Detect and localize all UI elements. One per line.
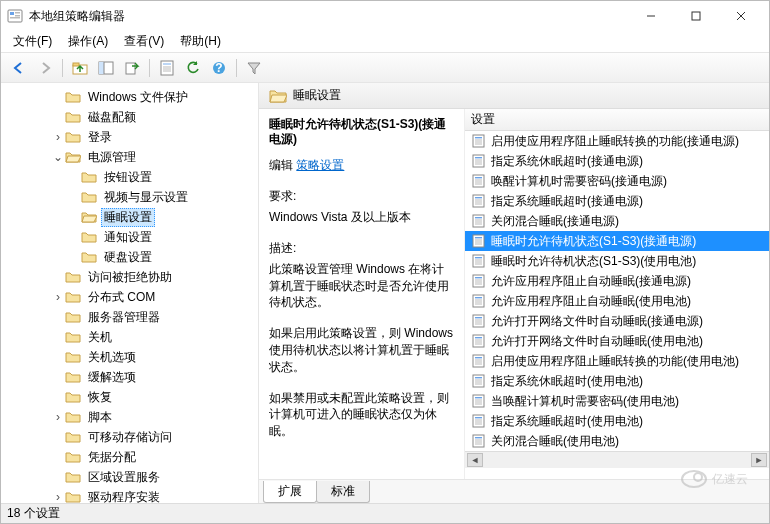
tree-node[interactable]: 关机 (3, 327, 256, 347)
tree-node-label: 磁盘配额 (85, 108, 139, 127)
policy-icon (471, 174, 487, 188)
settings-list[interactable]: 设置 启用使应用程序阻止睡眠转换的功能(接通电源)指定系统休眠超时(接通电源)唤… (465, 109, 769, 479)
folder-icon (65, 290, 81, 304)
list-item-label: 睡眠时允许待机状态(S1-S3)(使用电池) (491, 253, 696, 270)
svg-rect-72 (473, 335, 484, 347)
list-item[interactable]: 当唤醒计算机时需要密码(使用电池) (465, 391, 769, 411)
policy-icon (471, 314, 487, 328)
right-body: 睡眠时允许待机状态(S1-S3)(接通电源) 编辑 策略设置 要求: Windo… (259, 109, 769, 479)
tree-node[interactable]: 凭据分配 (3, 447, 256, 467)
back-button[interactable] (7, 56, 31, 80)
menu-item[interactable]: 文件(F) (5, 31, 60, 52)
list-item-label: 允许应用程序阻止自动睡眠(接通电源) (491, 273, 691, 290)
tree-node[interactable]: 缓解选项 (3, 367, 256, 387)
twisty-icon[interactable]: › (51, 490, 65, 503)
refresh-button[interactable] (181, 56, 205, 80)
list-item[interactable]: 指定系统睡眠超时(使用电池) (465, 411, 769, 431)
list-item[interactable]: 允许打开网络文件时自动睡眠(接通电源) (465, 311, 769, 331)
tree-node[interactable]: ›驱动程序安装 (3, 487, 256, 503)
menu-item[interactable]: 查看(V) (116, 31, 172, 52)
list-item[interactable]: 允许应用程序阻止自动睡眠(接通电源) (465, 271, 769, 291)
svg-rect-32 (473, 175, 484, 187)
list-item-label: 睡眠时允许待机状态(S1-S3)(接通电源) (491, 233, 696, 250)
policy-icon (471, 374, 487, 388)
policy-icon (471, 154, 487, 168)
list-item[interactable]: 允许打开网络文件时自动睡眠(使用电池) (465, 331, 769, 351)
forward-button[interactable] (33, 56, 57, 80)
svg-rect-47 (473, 235, 484, 247)
list-item[interactable]: 睡眠时允许待机状态(S1-S3)(使用电池) (465, 251, 769, 271)
twisty-icon[interactable]: ⌄ (51, 150, 65, 164)
tree-pane[interactable]: Windows 文件保护磁盘配额›登录⌄电源管理按钮设置视频与显示设置睡眠设置通… (1, 83, 259, 503)
description-p2: 如果启用此策略设置，则 Windows 使用待机状态以将计算机置于睡眠状态。 (269, 325, 454, 375)
tree-node[interactable]: ⌄电源管理 (3, 147, 256, 167)
twisty-icon[interactable]: › (51, 290, 65, 304)
tree-node[interactable]: 区域设置服务 (3, 467, 256, 487)
twisty-icon[interactable]: › (51, 130, 65, 144)
tab[interactable]: 扩展 (263, 481, 317, 503)
list-item[interactable]: 指定系统睡眠超时(接通电源) (465, 191, 769, 211)
tree-node[interactable]: 通知设置 (3, 227, 256, 247)
tree-node[interactable]: 硬盘设置 (3, 247, 256, 267)
tab[interactable]: 标准 (316, 481, 370, 503)
tree-node[interactable]: 按钮设置 (3, 167, 256, 187)
up-button[interactable] (68, 56, 92, 80)
tree-node[interactable]: 访问被拒绝协助 (3, 267, 256, 287)
tree-node[interactable]: ›分布式 COM (3, 287, 256, 307)
minimize-button[interactable] (628, 2, 673, 30)
tree-node[interactable]: 恢复 (3, 387, 256, 407)
list-item[interactable]: 关闭混合睡眠(使用电池) (465, 431, 769, 451)
svg-rect-43 (475, 217, 482, 218)
filter-button[interactable] (242, 56, 266, 80)
list-item[interactable]: 启用使应用程序阻止睡眠转换的功能(使用电池) (465, 351, 769, 371)
horizontal-scrollbar[interactable]: ◄ ► (465, 451, 769, 468)
list-item[interactable]: 指定系统休眠超时(使用电池) (465, 371, 769, 391)
svg-rect-12 (99, 62, 104, 74)
svg-rect-22 (473, 135, 484, 147)
folder-icon (65, 90, 81, 104)
requirements-label: 要求: (269, 188, 454, 205)
list-header-label: 设置 (471, 111, 495, 128)
svg-rect-73 (475, 337, 482, 338)
list-item[interactable]: 关闭混合睡眠(接通电源) (465, 211, 769, 231)
scroll-right-button[interactable]: ► (751, 453, 767, 467)
show-hide-tree-button[interactable] (94, 56, 118, 80)
tree-node[interactable]: 睡眠设置 (3, 207, 256, 227)
list-item[interactable]: 唤醒计算机时需要密码(接通电源) (465, 171, 769, 191)
list-header[interactable]: 设置 (465, 109, 769, 131)
close-button[interactable] (718, 2, 763, 30)
maximize-button[interactable] (673, 2, 718, 30)
folder-icon (65, 490, 81, 503)
twisty-icon[interactable]: › (51, 410, 65, 424)
list-item[interactable]: 启用使应用程序阻止睡眠转换的功能(接通电源) (465, 131, 769, 151)
window: 本地组策略编辑器 文件(F)操作(A)查看(V)帮助(H) ? Windows … (0, 0, 770, 524)
scroll-left-button[interactable]: ◄ (467, 453, 483, 467)
help-button[interactable]: ? (207, 56, 231, 80)
description-p1: 此策略设置管理 Windows 在将计算机置于睡眠状态时是否允许使用待机状态。 (269, 261, 454, 311)
tree-node[interactable]: 关机选项 (3, 347, 256, 367)
svg-rect-57 (473, 275, 484, 287)
tree-node[interactable]: Windows 文件保护 (3, 87, 256, 107)
export-list-button[interactable] (120, 56, 144, 80)
policy-settings-link[interactable]: 策略设置 (296, 158, 344, 172)
list-item-label: 指定系统休眠超时(使用电池) (491, 373, 643, 390)
tree-node[interactable]: 磁盘配额 (3, 107, 256, 127)
list-item[interactable]: 指定系统休眠超时(接通电源) (465, 151, 769, 171)
svg-rect-82 (473, 375, 484, 387)
menu-item[interactable]: 操作(A) (60, 31, 116, 52)
tree-node-label: 分布式 COM (85, 288, 158, 307)
tree-node[interactable]: ›登录 (3, 127, 256, 147)
tree-node[interactable]: 视频与显示设置 (3, 187, 256, 207)
menu-item[interactable]: 帮助(H) (172, 31, 229, 52)
selected-item-title: 睡眠时允许待机状态(S1-S3)(接通电源) (269, 117, 454, 147)
tree-node[interactable]: 服务器管理器 (3, 307, 256, 327)
list-item[interactable]: 允许应用程序阻止自动睡眠(使用电池) (465, 291, 769, 311)
tree-node[interactable]: ›脚本 (3, 407, 256, 427)
svg-rect-37 (473, 195, 484, 207)
toolbar: ? (1, 53, 769, 83)
properties-button[interactable] (155, 56, 179, 80)
tree-node-label: 关机选项 (85, 348, 139, 367)
tree-node-label: 通知设置 (101, 228, 155, 247)
list-item[interactable]: 睡眠时允许待机状态(S1-S3)(接通电源) (465, 231, 769, 251)
tree-node[interactable]: 可移动存储访问 (3, 427, 256, 447)
